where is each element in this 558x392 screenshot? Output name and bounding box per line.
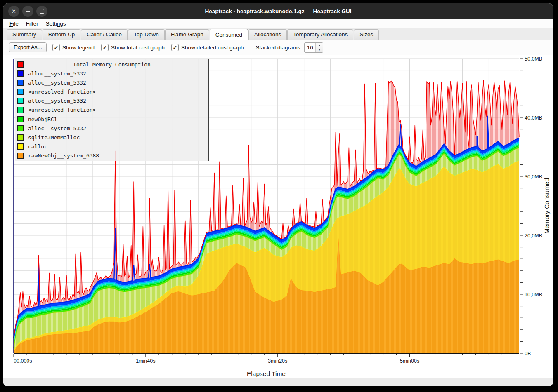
tab-caller-callee[interactable]: Caller / Callee <box>81 29 128 40</box>
minimize-button[interactable] <box>22 6 33 17</box>
legend-swatch <box>17 116 24 122</box>
toolbar-separator <box>250 43 250 52</box>
legend-label: calloc <box>28 143 47 150</box>
legend-swatch <box>17 107 24 113</box>
legend-item-2: <unresolved function> <box>15 87 208 96</box>
checkbox-show-detailed-cost-graph[interactable]: ✓Show detailed cost graph <box>171 44 244 51</box>
tab-flame-graph[interactable]: Flame Graph <box>165 29 209 40</box>
y-tick-label: 30,0MB <box>525 174 542 180</box>
menu-file[interactable]: File <box>6 20 22 28</box>
status-bar <box>3 378 553 386</box>
toolbar: Export As... ✓Show legend✓Show total cos… <box>3 40 553 55</box>
tab-bottom-up[interactable]: Bottom-Up <box>43 29 81 40</box>
legend-item-9: rawNewObj__system_6388 <box>15 151 208 160</box>
tab-temporary-allocations[interactable]: Temporary Allocations <box>287 29 353 40</box>
x-tick-label: 1min40s <box>136 358 155 364</box>
legend-swatch <box>17 80 24 86</box>
y-tick-label: 50,0MB <box>525 56 542 62</box>
x-tick-label: 3min20s <box>268 358 287 364</box>
menu-settings[interactable]: Settings <box>42 20 70 28</box>
legend-item-8: calloc <box>15 142 208 151</box>
stacked-diagrams-group: Stacked diagrams: 10 ▲ ▼ <box>256 42 324 53</box>
tab-summary[interactable]: Summary <box>7 29 42 40</box>
tab-bar: SummaryBottom-UpCaller / CalleeTop-DownF… <box>3 28 553 40</box>
legend-label: <unresolved function> <box>28 107 96 113</box>
close-icon: ✕ <box>12 9 16 14</box>
legend-item-0: alloc__system_5332 <box>15 69 208 78</box>
y-tick-label: 10,0MB <box>525 292 542 298</box>
y-axis-title: Memory Consumed <box>543 178 550 234</box>
checkbox-group: ✓Show legend✓Show total cost graph✓Show … <box>52 44 244 51</box>
legend-swatch <box>17 125 24 131</box>
tab-sizes[interactable]: Sizes <box>354 29 379 40</box>
tab-top-down[interactable]: Top-Down <box>128 29 165 40</box>
checkbox-label: Show total cost graph <box>111 45 165 51</box>
chart-legend: Total Memory Consumptionalloc__system_53… <box>15 59 209 161</box>
legend-item-4: <unresolved function> <box>15 106 208 114</box>
legend-swatch <box>17 153 24 159</box>
legend-title-row: Total Memory Consumption <box>15 60 208 69</box>
legend-item-6: alloc__system_5332 <box>15 124 208 133</box>
checkbox-box[interactable]: ✓ <box>171 44 179 51</box>
legend-label: rawNewObj__system_6388 <box>28 153 99 159</box>
y-tick-label: 40,0MB <box>525 115 542 121</box>
x-axis-title: Elapsed Time <box>247 370 286 377</box>
legend-swatch <box>17 143 24 150</box>
legend-item-1: alloc__system_5332 <box>15 78 208 87</box>
window-controls: ✕ <box>8 6 47 17</box>
checkbox-label: Show detailed cost graph <box>181 45 244 51</box>
title-bar[interactable]: ✕ Heaptrack - heaptrack.wakunode.1.gz — … <box>3 3 553 19</box>
checkbox-box[interactable]: ✓ <box>52 44 60 51</box>
tab-consumed[interactable]: Consumed <box>210 29 248 40</box>
checkbox-box[interactable]: ✓ <box>101 44 109 51</box>
y-tick-label: 0B <box>525 351 531 357</box>
y-tick-label: 20,0MB <box>525 233 542 239</box>
legend-label: alloc__system_5332 <box>28 80 86 86</box>
memory-consumption-chart[interactable]: 00.000s1min40s3min20s5min00s0B10,0MB20,0… <box>3 55 553 378</box>
legend-label: alloc__system_5332 <box>28 98 86 104</box>
application-window: ✕ Heaptrack - heaptrack.wakunode.1.gz — … <box>3 3 553 386</box>
legend-item-3: alloc__system_5332 <box>15 96 208 105</box>
legend-swatch <box>17 70 24 77</box>
tab-allocations[interactable]: Allocations <box>248 29 287 40</box>
legend-item-5: newObjRC1 <box>15 115 208 124</box>
stacked-diagrams-label: Stacked diagrams: <box>256 45 302 51</box>
legend-label: sqlite3MemMalloc <box>28 134 80 141</box>
checkbox-show-legend[interactable]: ✓Show legend <box>52 44 95 51</box>
menu-filter[interactable]: Filter <box>22 20 42 28</box>
x-tick-label: 00.000s <box>14 358 32 364</box>
window-title: Heaptrack - heaptrack.wakunode.1.gz — He… <box>3 8 553 14</box>
legend-label: alloc__system_5332 <box>28 70 86 77</box>
legend-item-7: sqlite3MemMalloc <box>15 133 208 142</box>
close-button[interactable]: ✕ <box>8 6 19 17</box>
stacked-diagrams-value[interactable]: 10 <box>305 43 315 52</box>
x-tick-label: 5min00s <box>400 358 419 364</box>
legend-label: Total Memory Consumption <box>15 61 208 68</box>
legend-swatch <box>17 134 24 141</box>
spinbox-arrows: ▲ ▼ <box>315 43 323 52</box>
maximize-button[interactable] <box>36 6 47 17</box>
maximize-icon <box>40 9 44 14</box>
export-as-button[interactable]: Export As... <box>9 42 47 52</box>
checkbox-label: Show legend <box>62 45 95 51</box>
legend-label: <unresolved function> <box>28 89 96 95</box>
spin-up-icon[interactable]: ▲ <box>316 43 323 48</box>
spin-down-icon[interactable]: ▼ <box>316 47 323 52</box>
menu-bar: FileFilterSettings <box>3 19 553 28</box>
legend-label: newObjRC1 <box>28 116 57 122</box>
minimize-icon <box>26 11 30 12</box>
checkbox-show-total-cost-graph[interactable]: ✓Show total cost graph <box>101 44 165 51</box>
legend-swatch <box>17 89 24 95</box>
legend-label: alloc__system_5332 <box>28 125 86 131</box>
stacked-diagrams-spinbox[interactable]: 10 ▲ ▼ <box>304 42 323 53</box>
legend-swatch <box>17 98 24 104</box>
